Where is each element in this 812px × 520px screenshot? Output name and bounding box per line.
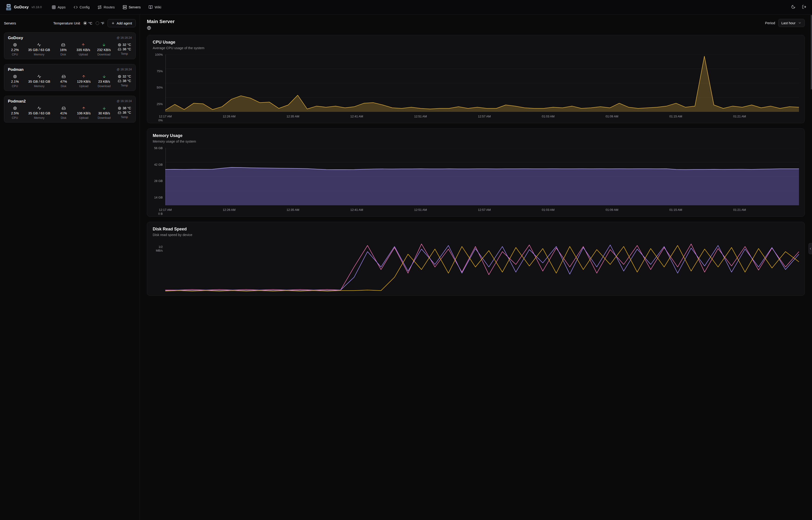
hard-drive-icon	[62, 75, 66, 79]
cpu-chip-icon	[118, 106, 121, 110]
chart-subtitle: Memory usage of the system	[153, 139, 406, 143]
chart-title: CPU Usage	[153, 40, 406, 45]
brand[interactable]: GoDoxy v0.18.0	[6, 4, 42, 11]
radio-label: °C	[88, 21, 92, 25]
nav-label: Apps	[58, 5, 66, 9]
server-stats: 2.5% CPU 35 GB / 63 GB Memory 41% Disk 1…	[8, 106, 132, 120]
stat-temp: 32 °C 38 °C Temp	[118, 43, 131, 56]
main-header: Main Server Period Last hour	[147, 19, 406, 31]
nav-item-config[interactable]: Config	[74, 5, 90, 9]
server-card[interactable]: GoDoxy @ 16:16:24 2.2% CPU 35 GB / 63 GB…	[4, 32, 136, 59]
stat-label: Memory	[34, 116, 45, 120]
stat-memory: 35 GB / 63 GB Memory	[28, 43, 50, 56]
server-card[interactable]: Podman2 @ 16:16:24 2.5% CPU 35 GB / 63 G…	[4, 96, 136, 123]
nav-item-servers[interactable]: Servers	[123, 5, 141, 9]
stat-label: Temp	[121, 52, 128, 55]
hard-drive-icon	[61, 43, 65, 47]
page-title: Main Server	[147, 19, 175, 24]
cpu-temp-row: 32 °C	[118, 43, 131, 47]
radio-circle	[83, 21, 87, 25]
nav-label: Config	[80, 5, 90, 9]
add-agent-label: Add agent	[117, 21, 132, 25]
navbar: GoDoxy v0.18.0 Apps Config Routes Server…	[0, 0, 406, 15]
radio-celsius[interactable]: °C	[83, 21, 92, 25]
stat-label: CPU	[12, 116, 18, 120]
cpu-chip-icon	[13, 43, 17, 47]
stat-upload: 106 KB/s Upload	[77, 106, 90, 120]
chart-body: 1/2 MB/s	[153, 241, 406, 260]
chart-subtitle: Disk read speed by device	[153, 233, 406, 237]
x-tick-label: 12:26 AM	[223, 114, 235, 118]
y-tick-label: 42 GB	[154, 163, 163, 166]
server-name: Podman	[8, 67, 24, 72]
stat-temp: 32 °C 38 °C Temp	[118, 75, 131, 88]
cpu-chip-icon	[13, 106, 17, 110]
server-card[interactable]: Podman @ 16:16:24 2.1% CPU 35 GB / 63 GB…	[4, 64, 136, 91]
stat-value: 129 KB/s	[77, 80, 90, 83]
stat-label: Upload	[79, 53, 88, 56]
plot-wrap	[165, 241, 406, 260]
server-timestamp: @ 16:16:24	[117, 36, 132, 40]
code-icon	[74, 5, 78, 9]
nav-item-wiki[interactable]: Wiki	[148, 5, 161, 9]
chart-title: Disk Read Speed	[153, 227, 406, 232]
stat-label: Memory	[34, 53, 44, 56]
stat-value: 2.2%	[11, 48, 19, 52]
x-tick-label: 12:17 AM	[159, 114, 172, 118]
arrow-down-icon	[102, 75, 106, 79]
y-axis: 56 GB42 GB28 GB14 GB0 B	[153, 148, 165, 214]
memory-chart-plot[interactable]	[165, 148, 406, 205]
stat-label: Memory	[34, 84, 45, 88]
server-list: GoDoxy @ 16:16:24 2.2% CPU 35 GB / 63 GB…	[4, 32, 136, 123]
server-stats: 2.2% CPU 35 GB / 63 GB Memory 16% Disk 3…	[8, 43, 132, 56]
server-name: GoDoxy	[8, 36, 23, 40]
arrow-down-icon	[102, 43, 106, 47]
y-tick-label: 50%	[157, 86, 163, 89]
stat-label: Upload	[79, 84, 88, 88]
cpu-chart-plot[interactable]	[165, 54, 406, 112]
y-tick-label: 0%	[158, 119, 163, 122]
arrow-down-icon	[102, 106, 106, 110]
nav-item-routes[interactable]: Routes	[97, 5, 115, 9]
stat-value: 232 KB/s	[97, 48, 111, 52]
plot-wrap: 12:17 AM12:26 AM12:35 AM12:41 AM12:51 AM…	[165, 54, 406, 120]
stat-cpu: 2.5% CPU	[9, 106, 21, 120]
y-tick-label: 56 GB	[154, 146, 163, 150]
cpu-chip-icon	[118, 75, 121, 78]
servers-sidebar: Servers Temperature Unit °C °F Add agent…	[0, 15, 140, 260]
cpu-temp-value: 32 °C	[123, 75, 131, 78]
hard-drive-icon	[118, 48, 121, 51]
cpu-temp-value: 32 °C	[123, 43, 131, 47]
y-axis: 1/2 MB/s	[153, 241, 165, 260]
nav-item-apps[interactable]: Apps	[52, 5, 66, 9]
disk-temp-value: 38 °C	[123, 47, 131, 51]
x-axis: 12:17 AM12:26 AM12:35 AM12:41 AM12:51 AM…	[165, 113, 406, 120]
stat-value: 16%	[60, 48, 66, 52]
y-tick-label: 100%	[155, 53, 163, 56]
cpu-chip-icon	[13, 75, 17, 79]
cpu-temp-row: 32 °C	[118, 75, 131, 78]
stat-disk: 16% Disk	[57, 43, 69, 56]
hard-drive-icon	[118, 111, 121, 114]
memory-usage-card: Memory Usage Memory usage of the system …	[147, 128, 406, 217]
radio-fahrenheit[interactable]: °F	[96, 21, 104, 25]
app-version: v0.18.0	[31, 5, 42, 9]
server-card-header: Podman @ 16:16:24	[8, 67, 132, 72]
stat-label: Disk	[60, 53, 66, 56]
disk-chart-plot[interactable]	[165, 241, 406, 260]
stat-memory: 35 GB / 63 GB Memory	[28, 106, 50, 120]
stat-label: Temp	[121, 115, 128, 119]
sidebar-header: Servers Temperature Unit °C °F Add agent	[4, 19, 136, 27]
main-nav: Apps Config Routes Servers Wiki	[52, 5, 161, 9]
stat-label: Download	[98, 84, 111, 88]
nav-label: Routes	[104, 5, 115, 9]
add-agent-button[interactable]: Add agent	[108, 19, 136, 27]
stat-download: 23 KB/s Download	[98, 75, 111, 88]
nav-label: Servers	[129, 5, 141, 9]
arrow-up-icon	[82, 106, 86, 110]
godoxy-logo-icon	[6, 4, 12, 11]
x-tick-label: 12:41 AM	[351, 208, 363, 211]
stat-disk: 41% Disk	[57, 106, 70, 120]
route-icon	[97, 5, 102, 9]
stat-upload: 335 KB/s Upload	[76, 43, 90, 56]
